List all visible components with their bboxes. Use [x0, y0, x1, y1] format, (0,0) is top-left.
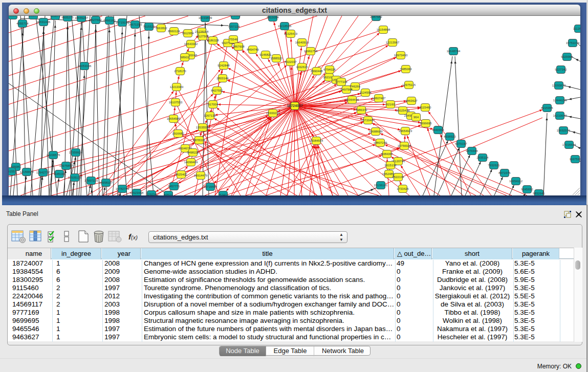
svg-text:2087682: 2087682	[370, 16, 382, 18]
svg-text:8471676: 8471676	[498, 171, 511, 174]
svg-text:129234: 129234	[146, 193, 157, 195]
svg-text:16543382: 16543382	[184, 42, 198, 46]
svg-text:10719155: 10719155	[116, 21, 129, 24]
svg-text:12093873: 12093873	[552, 84, 566, 87]
svg-text:9457771: 9457771	[168, 185, 180, 188]
svg-text:9474444: 9474444	[466, 149, 478, 152]
svg-text:16107553: 16107553	[169, 101, 183, 104]
svg-text:9227342: 9227342	[555, 68, 567, 71]
svg-text:1440954: 1440954	[432, 128, 444, 132]
svg-text:9329966: 9329966	[561, 55, 573, 58]
svg-text:62160: 62160	[386, 103, 395, 106]
svg-text:10973493: 10973493	[394, 54, 408, 57]
svg-text:8454749: 8454749	[247, 48, 259, 51]
svg-text:15751074: 15751074	[566, 41, 580, 45]
svg-text:20164: 20164	[29, 16, 38, 17]
svg-text:10958107: 10958107	[99, 181, 113, 184]
svg-text:15300213: 15300213	[266, 112, 280, 115]
svg-text:75546: 75546	[229, 38, 238, 41]
svg-text:17957225: 17957225	[84, 179, 98, 182]
svg-text:8813054: 8813054	[267, 16, 279, 19]
svg-text:3267130: 3267130	[204, 114, 216, 117]
svg-text:10655287: 10655287	[75, 16, 89, 19]
svg-text:2867608: 2867608	[232, 45, 245, 48]
svg-text:16782759: 16782759	[116, 187, 129, 190]
svg-text:1167533: 1167533	[570, 158, 580, 161]
svg-text:2718170: 2718170	[174, 70, 186, 73]
svg-text:8990448: 8990448	[311, 70, 323, 73]
svg-text:1588520: 1588520	[270, 57, 282, 60]
svg-text:17016504: 17016504	[562, 143, 576, 146]
svg-text:9146821: 9146821	[259, 53, 272, 56]
svg-text:8938923: 8938923	[444, 135, 456, 138]
svg-text:7986372: 7986372	[355, 108, 367, 112]
svg-text:12505135: 12505135	[68, 176, 82, 179]
svg-text:6466160: 6466160	[103, 19, 116, 22]
svg-text:8427552: 8427552	[211, 89, 223, 92]
svg-text:9084067: 9084067	[381, 152, 393, 156]
svg-text:16210643: 16210643	[553, 114, 567, 117]
svg-text:12923468: 12923468	[130, 191, 144, 194]
svg-text:3912954: 3912954	[182, 32, 194, 35]
svg-text:9242848: 9242848	[217, 64, 230, 67]
svg-text:10654985: 10654985	[167, 117, 181, 120]
svg-text:9245652: 9245652	[521, 188, 533, 191]
svg-text:752411: 752411	[218, 193, 228, 195]
svg-text:16640910: 16640910	[295, 41, 309, 44]
svg-text:15716485: 15716485	[204, 185, 217, 188]
svg-text:964: 964	[413, 116, 419, 119]
svg-text:983652: 983652	[230, 16, 241, 17]
svg-text:18807249: 18807249	[374, 141, 387, 144]
svg-text:9605275: 9605275	[61, 16, 74, 19]
svg-text:8322037: 8322037	[285, 60, 297, 63]
svg-text:12975115: 12975115	[402, 83, 416, 86]
svg-text:18724007: 18724007	[287, 104, 302, 107]
svg-text:1916682: 1916682	[172, 132, 184, 135]
svg-text:3124554: 3124554	[359, 91, 372, 94]
svg-text:16033809: 16033809	[199, 16, 212, 19]
svg-text:8660124: 8660124	[168, 30, 180, 33]
svg-text:1615132: 1615132	[384, 164, 397, 167]
svg-text:17359924: 17359924	[69, 151, 83, 154]
svg-text:10756928: 10756928	[398, 144, 411, 147]
svg-text:6379197: 6379197	[455, 142, 467, 145]
svg-text:9115460: 9115460	[420, 106, 432, 109]
svg-text:11325419: 11325419	[284, 32, 298, 35]
svg-text:19384554: 19384554	[310, 139, 323, 142]
svg-text:2935114: 2935114	[477, 156, 489, 159]
svg-text:20691406: 20691406	[37, 20, 51, 24]
svg-text:10807487: 10807487	[372, 97, 386, 100]
svg-text:19654923: 19654923	[399, 129, 412, 133]
svg-text:12156829: 12156829	[20, 170, 34, 173]
svg-text:12213383: 12213383	[170, 85, 184, 89]
svg-text:15720407: 15720407	[361, 119, 375, 122]
svg-text:185074: 185074	[50, 16, 61, 17]
svg-text:13535594: 13535594	[196, 126, 210, 129]
svg-text:7632621: 7632621	[488, 164, 500, 167]
svg-text:917004: 917004	[208, 103, 219, 106]
svg-text:2803144: 2803144	[216, 77, 229, 80]
svg-text:7663822: 7663822	[155, 27, 167, 30]
svg-text:19218506: 19218506	[278, 25, 292, 28]
svg-text:16914479: 16914479	[194, 174, 208, 177]
svg-text:12942737: 12942737	[36, 171, 50, 174]
svg-text:16671355: 16671355	[128, 23, 142, 26]
svg-text:24206576: 24206576	[47, 154, 60, 157]
svg-text:4055714: 4055714	[16, 22, 29, 25]
svg-text:15136141: 15136141	[374, 184, 388, 187]
svg-text:98901: 98901	[181, 56, 189, 59]
svg-text:1145194: 1145194	[54, 172, 66, 176]
svg-text:7485063: 7485063	[400, 68, 412, 71]
svg-text:16961758: 16961758	[304, 50, 318, 53]
svg-text:8699695: 8699695	[420, 122, 432, 125]
svg-text:391551: 391551	[9, 170, 17, 173]
svg-text:9832641: 9832641	[533, 192, 545, 195]
svg-text:8878334: 8878334	[193, 139, 205, 142]
svg-text:14099469: 14099469	[184, 161, 198, 164]
svg-text:1527602: 1527602	[90, 18, 102, 21]
svg-text:1112837: 1112837	[573, 27, 580, 30]
svg-text:16648784: 16648784	[447, 50, 461, 53]
svg-text:9127505: 9127505	[197, 35, 209, 38]
svg-text:8186328: 8186328	[207, 39, 219, 42]
svg-text:10975857: 10975857	[59, 164, 73, 167]
